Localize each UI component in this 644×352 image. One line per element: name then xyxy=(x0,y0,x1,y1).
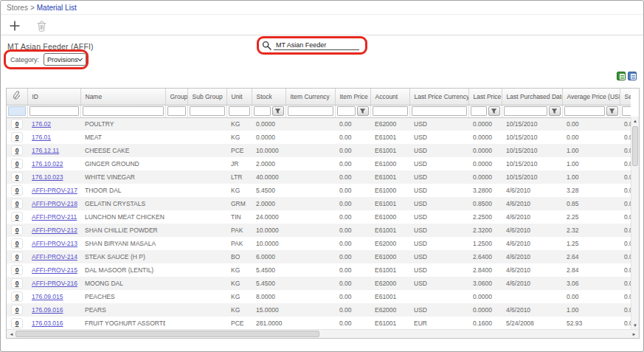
column-header-item_price[interactable]: Item Price xyxy=(335,89,370,105)
scroll-right-icon[interactable]: ► xyxy=(630,330,638,338)
scroll-left-icon[interactable]: ◄ xyxy=(7,330,15,338)
filter-cell-sel xyxy=(620,105,631,117)
material-id-link[interactable]: AFFI-PROV-213 xyxy=(32,240,77,247)
filter-input-account[interactable] xyxy=(373,106,408,116)
vertical-scrollbar-thumb[interactable] xyxy=(632,126,638,166)
column-header-last_price[interactable]: Last Price xyxy=(468,89,502,105)
cell-last_price_currency: USD xyxy=(409,144,468,157)
material-id-link[interactable]: 176.02 xyxy=(32,120,51,128)
filter-input-sub_group[interactable] xyxy=(190,106,225,116)
cell-last_price: 2.8400 xyxy=(468,263,502,277)
attachment-count-link[interactable]: 0 xyxy=(11,185,24,196)
filter-input-item_price[interactable] xyxy=(337,106,356,116)
filter-input-average_price[interactable] xyxy=(564,106,605,116)
cell-stock: 40.0000 xyxy=(252,170,285,184)
horizontal-scrollbar[interactable]: ◄ ► xyxy=(7,329,639,338)
scroll-up-icon[interactable]: ▲ xyxy=(631,117,639,125)
attachment-count-link[interactable]: 0 xyxy=(11,119,24,129)
cell-id: AFFI-PROV-217 xyxy=(27,184,80,197)
breadcrumb-stores[interactable]: Stores xyxy=(7,4,28,12)
cell-id: AFFI-PROV-215 xyxy=(27,263,80,277)
filter-input-sel[interactable] xyxy=(622,106,631,116)
filter-input-item_currency[interactable] xyxy=(288,106,333,116)
material-id-link[interactable]: 176.10.023 xyxy=(32,173,63,181)
filter-button-average_price[interactable] xyxy=(606,106,618,116)
export-document-icon[interactable] xyxy=(628,72,637,80)
cell-account: E61000 xyxy=(370,184,409,197)
column-header-account[interactable]: Account xyxy=(370,89,409,105)
attachment-count-link[interactable]: 0 xyxy=(11,159,24,169)
add-button[interactable] xyxy=(7,18,22,33)
filter-input-unit[interactable] xyxy=(229,106,250,116)
category-select[interactable]: Provisions xyxy=(44,53,86,66)
attachment-count-link[interactable]: 0 xyxy=(11,278,24,289)
material-id-link[interactable]: AFFI-PROV-211 xyxy=(32,213,77,221)
material-id-link[interactable]: 176.12.11 xyxy=(32,147,59,154)
column-header-last_price_currency[interactable]: Last Price Currency xyxy=(409,89,468,105)
column-header-id[interactable]: ID xyxy=(27,89,80,105)
material-id-link[interactable]: AFFI-PROV-217 xyxy=(32,187,77,194)
attachment-count-link[interactable]: 0 xyxy=(11,212,24,222)
vertical-scrollbar[interactable]: ▲ ▼ xyxy=(631,117,639,329)
material-id-link[interactable]: 176.09.015 xyxy=(32,293,63,300)
table-row: 0176.10.023WHITE VINEGARLTR40.00000.00E6… xyxy=(7,170,631,184)
attachment-count-link[interactable]: 0 xyxy=(11,145,24,156)
filter-input-last_price[interactable] xyxy=(471,106,487,116)
material-id-link[interactable]: AFFI-PROV-212 xyxy=(32,227,77,234)
filter-button-last_price[interactable] xyxy=(488,106,500,116)
attachment-count-link[interactable]: 0 xyxy=(11,291,24,302)
cell-item_price: 0.00 xyxy=(335,290,370,303)
attachment-count-link[interactable]: 0 xyxy=(11,252,24,262)
column-header-unit[interactable]: Unit xyxy=(226,89,252,105)
attachment-count-link[interactable]: 0 xyxy=(11,199,24,209)
horizontal-scrollbar-thumb[interactable] xyxy=(15,331,319,337)
filter-input-id[interactable] xyxy=(30,106,79,116)
table-row: 0AFFI-PROV-212SHAN CHILLIE POWDERPAK10.0… xyxy=(7,224,631,237)
column-header-group[interactable]: Group xyxy=(165,89,187,105)
scroll-down-icon[interactable]: ▼ xyxy=(631,321,639,329)
search-input[interactable] xyxy=(274,41,359,50)
material-id-link[interactable]: AFFI-PROV-214 xyxy=(32,253,77,260)
material-id-link[interactable]: AFFI-PROV-215 xyxy=(32,266,77,274)
column-header-sel[interactable]: Sel xyxy=(620,89,631,105)
column-header-stock[interactable]: Stock xyxy=(252,89,285,105)
column-header-last_purchased_date[interactable]: Last Purchased Date xyxy=(502,89,562,105)
cell-last_price_currency: USD xyxy=(409,170,468,184)
material-id-link[interactable]: 176.03.016 xyxy=(32,320,63,327)
attachment-count-link[interactable]: 0 xyxy=(11,265,24,275)
attachment-count-link[interactable]: 0 xyxy=(11,318,24,328)
column-header-name[interactable]: Name xyxy=(80,89,165,105)
column-header-average_price[interactable]: Average Price (USD) xyxy=(562,89,620,105)
material-id-link[interactable]: 176.09.016 xyxy=(32,306,63,314)
column-header-sub_group[interactable]: Sub Group xyxy=(187,89,226,105)
attachment-count-link[interactable]: 0 xyxy=(11,305,24,315)
filter-input-last_price_currency[interactable] xyxy=(412,106,467,116)
filter-button-item_price[interactable] xyxy=(357,106,369,116)
delete-button[interactable] xyxy=(34,18,49,33)
filter-button-stock[interactable] xyxy=(272,106,284,116)
cell-name: SHAN CHILLIE POWDER xyxy=(80,224,165,237)
cell-id: AFFI-PROV-211 xyxy=(27,210,80,224)
cell-item_currency xyxy=(285,170,335,184)
attachment-count-link[interactable]: 0 xyxy=(11,238,24,249)
filter-input-stock[interactable] xyxy=(254,106,271,116)
column-header-attachments[interactable] xyxy=(7,89,27,105)
material-id-link[interactable]: AFFI-PROV-216 xyxy=(32,280,77,287)
material-id-link[interactable]: AFFI-PROV-218 xyxy=(32,200,77,207)
cell-sub_group xyxy=(187,197,226,210)
attachment-count-link[interactable]: 0 xyxy=(11,225,24,235)
filter-input-group[interactable] xyxy=(167,106,186,116)
cell-attachments: 0 xyxy=(7,184,27,197)
attachment-count-link[interactable]: 0 xyxy=(11,172,24,182)
attachment-count-link[interactable]: 0 xyxy=(11,132,24,142)
export-excel-icon[interactable] xyxy=(617,72,626,80)
cell-sel: 0.0 xyxy=(620,184,631,197)
cell-unit: KG xyxy=(226,303,252,317)
material-id-link[interactable]: 176.10.022 xyxy=(32,160,63,168)
column-header-item_currency[interactable]: Item Currency xyxy=(285,89,335,105)
material-id-link[interactable]: 176.01 xyxy=(32,134,51,141)
filter-input-name[interactable] xyxy=(83,106,164,116)
filter-input-last_purchased_date[interactable] xyxy=(504,106,547,116)
cell-average_price: 2.64 xyxy=(562,250,620,263)
filter-button-last_purchased_date[interactable] xyxy=(549,106,561,116)
